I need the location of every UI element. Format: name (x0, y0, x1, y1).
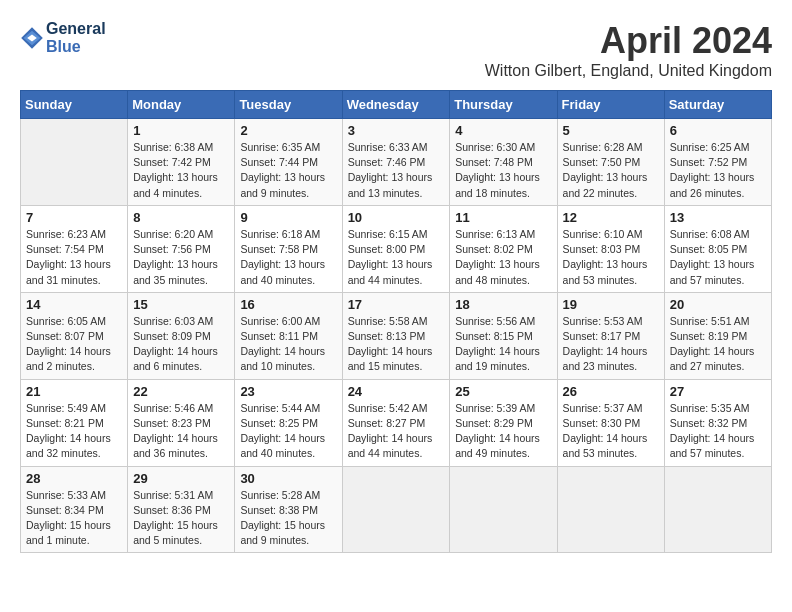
day-number: 1 (133, 123, 229, 138)
day-header-friday: Friday (557, 91, 664, 119)
day-number: 23 (240, 384, 336, 399)
calendar-cell: 11Sunrise: 6:13 AMSunset: 8:02 PMDayligh… (450, 205, 557, 292)
day-info: Sunrise: 6:33 AMSunset: 7:46 PMDaylight:… (348, 140, 445, 201)
day-number: 14 (26, 297, 122, 312)
calendar-cell: 26Sunrise: 5:37 AMSunset: 8:30 PMDayligh… (557, 379, 664, 466)
calendar-cell: 15Sunrise: 6:03 AMSunset: 8:09 PMDayligh… (128, 292, 235, 379)
calendar-cell: 22Sunrise: 5:46 AMSunset: 8:23 PMDayligh… (128, 379, 235, 466)
day-info: Sunrise: 5:33 AMSunset: 8:34 PMDaylight:… (26, 488, 122, 549)
day-number: 28 (26, 471, 122, 486)
calendar-cell: 27Sunrise: 5:35 AMSunset: 8:32 PMDayligh… (664, 379, 771, 466)
calendar-cell: 19Sunrise: 5:53 AMSunset: 8:17 PMDayligh… (557, 292, 664, 379)
day-info: Sunrise: 6:23 AMSunset: 7:54 PMDaylight:… (26, 227, 122, 288)
calendar-week-5: 28Sunrise: 5:33 AMSunset: 8:34 PMDayligh… (21, 466, 772, 553)
day-header-thursday: Thursday (450, 91, 557, 119)
calendar-week-3: 14Sunrise: 6:05 AMSunset: 8:07 PMDayligh… (21, 292, 772, 379)
day-header-saturday: Saturday (664, 91, 771, 119)
logo-text: General Blue (46, 20, 106, 55)
calendar-cell: 6Sunrise: 6:25 AMSunset: 7:52 PMDaylight… (664, 119, 771, 206)
day-number: 15 (133, 297, 229, 312)
calendar-table: SundayMondayTuesdayWednesdayThursdayFrid… (20, 90, 772, 553)
day-header-sunday: Sunday (21, 91, 128, 119)
day-number: 3 (348, 123, 445, 138)
calendar-cell: 16Sunrise: 6:00 AMSunset: 8:11 PMDayligh… (235, 292, 342, 379)
calendar-cell: 2Sunrise: 6:35 AMSunset: 7:44 PMDaylight… (235, 119, 342, 206)
day-number: 6 (670, 123, 766, 138)
calendar-cell: 12Sunrise: 6:10 AMSunset: 8:03 PMDayligh… (557, 205, 664, 292)
day-header-tuesday: Tuesday (235, 91, 342, 119)
calendar-cell: 4Sunrise: 6:30 AMSunset: 7:48 PMDaylight… (450, 119, 557, 206)
day-info: Sunrise: 6:15 AMSunset: 8:00 PMDaylight:… (348, 227, 445, 288)
title-block: April 2024 Witton Gilbert, England, Unit… (485, 20, 772, 80)
day-info: Sunrise: 6:03 AMSunset: 8:09 PMDaylight:… (133, 314, 229, 375)
calendar-cell: 29Sunrise: 5:31 AMSunset: 8:36 PMDayligh… (128, 466, 235, 553)
day-number: 10 (348, 210, 445, 225)
day-info: Sunrise: 6:30 AMSunset: 7:48 PMDaylight:… (455, 140, 551, 201)
day-info: Sunrise: 6:05 AMSunset: 8:07 PMDaylight:… (26, 314, 122, 375)
logo-icon (20, 26, 44, 50)
calendar-cell: 23Sunrise: 5:44 AMSunset: 8:25 PMDayligh… (235, 379, 342, 466)
day-info: Sunrise: 5:42 AMSunset: 8:27 PMDaylight:… (348, 401, 445, 462)
calendar-cell: 17Sunrise: 5:58 AMSunset: 8:13 PMDayligh… (342, 292, 450, 379)
day-number: 18 (455, 297, 551, 312)
day-number: 25 (455, 384, 551, 399)
month-title: April 2024 (485, 20, 772, 62)
calendar-cell: 8Sunrise: 6:20 AMSunset: 7:56 PMDaylight… (128, 205, 235, 292)
calendar-cell: 7Sunrise: 6:23 AMSunset: 7:54 PMDaylight… (21, 205, 128, 292)
day-info: Sunrise: 6:10 AMSunset: 8:03 PMDaylight:… (563, 227, 659, 288)
day-number: 8 (133, 210, 229, 225)
day-info: Sunrise: 5:35 AMSunset: 8:32 PMDaylight:… (670, 401, 766, 462)
day-number: 30 (240, 471, 336, 486)
calendar-cell (21, 119, 128, 206)
day-number: 26 (563, 384, 659, 399)
day-number: 27 (670, 384, 766, 399)
calendar-cell (450, 466, 557, 553)
day-number: 16 (240, 297, 336, 312)
day-info: Sunrise: 6:20 AMSunset: 7:56 PMDaylight:… (133, 227, 229, 288)
day-number: 20 (670, 297, 766, 312)
logo: General Blue (20, 20, 106, 55)
day-info: Sunrise: 5:37 AMSunset: 8:30 PMDaylight:… (563, 401, 659, 462)
calendar-cell: 13Sunrise: 6:08 AMSunset: 8:05 PMDayligh… (664, 205, 771, 292)
day-header-wednesday: Wednesday (342, 91, 450, 119)
day-info: Sunrise: 6:00 AMSunset: 8:11 PMDaylight:… (240, 314, 336, 375)
calendar-cell: 9Sunrise: 6:18 AMSunset: 7:58 PMDaylight… (235, 205, 342, 292)
calendar-cell (664, 466, 771, 553)
calendar-week-1: 1Sunrise: 6:38 AMSunset: 7:42 PMDaylight… (21, 119, 772, 206)
calendar-cell: 20Sunrise: 5:51 AMSunset: 8:19 PMDayligh… (664, 292, 771, 379)
day-info: Sunrise: 5:53 AMSunset: 8:17 PMDaylight:… (563, 314, 659, 375)
calendar-cell: 25Sunrise: 5:39 AMSunset: 8:29 PMDayligh… (450, 379, 557, 466)
location: Witton Gilbert, England, United Kingdom (485, 62, 772, 80)
calendar-cell (557, 466, 664, 553)
calendar-cell: 18Sunrise: 5:56 AMSunset: 8:15 PMDayligh… (450, 292, 557, 379)
day-info: Sunrise: 5:58 AMSunset: 8:13 PMDaylight:… (348, 314, 445, 375)
day-info: Sunrise: 5:46 AMSunset: 8:23 PMDaylight:… (133, 401, 229, 462)
calendar-cell: 28Sunrise: 5:33 AMSunset: 8:34 PMDayligh… (21, 466, 128, 553)
calendar-cell: 24Sunrise: 5:42 AMSunset: 8:27 PMDayligh… (342, 379, 450, 466)
calendar-cell: 14Sunrise: 6:05 AMSunset: 8:07 PMDayligh… (21, 292, 128, 379)
day-number: 2 (240, 123, 336, 138)
day-info: Sunrise: 6:08 AMSunset: 8:05 PMDaylight:… (670, 227, 766, 288)
day-info: Sunrise: 6:38 AMSunset: 7:42 PMDaylight:… (133, 140, 229, 201)
day-number: 11 (455, 210, 551, 225)
calendar-cell: 21Sunrise: 5:49 AMSunset: 8:21 PMDayligh… (21, 379, 128, 466)
calendar-header-row: SundayMondayTuesdayWednesdayThursdayFrid… (21, 91, 772, 119)
calendar-cell: 30Sunrise: 5:28 AMSunset: 8:38 PMDayligh… (235, 466, 342, 553)
calendar-week-2: 7Sunrise: 6:23 AMSunset: 7:54 PMDaylight… (21, 205, 772, 292)
day-info: Sunrise: 5:28 AMSunset: 8:38 PMDaylight:… (240, 488, 336, 549)
calendar-cell (342, 466, 450, 553)
page-header: General Blue April 2024 Witton Gilbert, … (20, 20, 772, 80)
day-info: Sunrise: 5:31 AMSunset: 8:36 PMDaylight:… (133, 488, 229, 549)
day-number: 29 (133, 471, 229, 486)
day-number: 24 (348, 384, 445, 399)
calendar-cell: 3Sunrise: 6:33 AMSunset: 7:46 PMDaylight… (342, 119, 450, 206)
day-info: Sunrise: 6:13 AMSunset: 8:02 PMDaylight:… (455, 227, 551, 288)
day-info: Sunrise: 5:39 AMSunset: 8:29 PMDaylight:… (455, 401, 551, 462)
day-number: 7 (26, 210, 122, 225)
day-number: 21 (26, 384, 122, 399)
calendar-body: 1Sunrise: 6:38 AMSunset: 7:42 PMDaylight… (21, 119, 772, 553)
day-info: Sunrise: 6:25 AMSunset: 7:52 PMDaylight:… (670, 140, 766, 201)
day-number: 9 (240, 210, 336, 225)
day-info: Sunrise: 6:18 AMSunset: 7:58 PMDaylight:… (240, 227, 336, 288)
day-info: Sunrise: 6:28 AMSunset: 7:50 PMDaylight:… (563, 140, 659, 201)
